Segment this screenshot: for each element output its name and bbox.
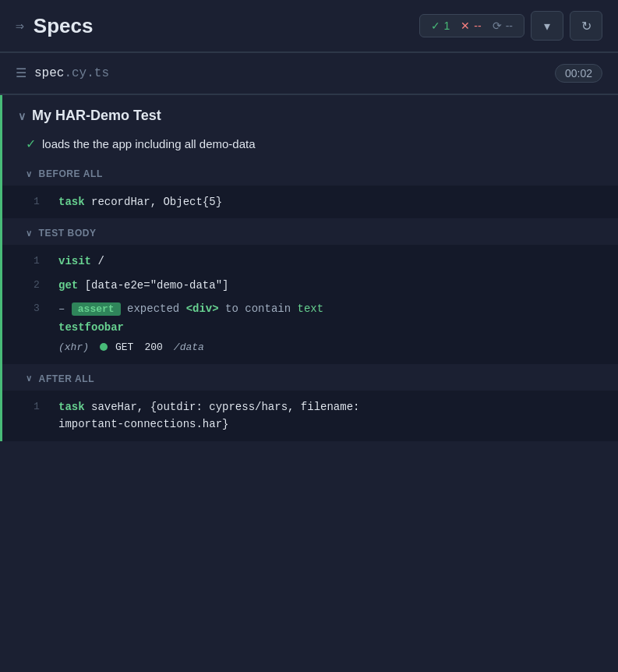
xhr-line: (xhr) GET 200 /data: [34, 337, 602, 356]
assert-value-line: testfoobar: [34, 318, 602, 337]
test-pass-icon: ✓: [26, 136, 36, 151]
before-all-section: ∨ BEFORE ALL 1 task recordHar, Object{5}: [2, 162, 618, 218]
fail-stat: ✕ --: [461, 19, 481, 32]
command-line-savehar: 1 task saveHar, {outdir: cypress/hars, f…: [34, 398, 602, 433]
fail-count: --: [474, 19, 481, 32]
line-number-1: 1: [34, 193, 46, 210]
test-item-label: loads the the app including all demo-dat…: [42, 137, 256, 150]
test-body-label: TEST BODY: [39, 228, 97, 239]
cmd-keyword-savehar: task: [58, 401, 85, 413]
cmd-keyword-task: task: [58, 196, 85, 208]
refresh-icon: ↻: [581, 19, 592, 34]
file-left: ☰ spec.cy.ts: [16, 65, 109, 81]
command-content-get: get [data-e2e="demo-data"]: [58, 277, 602, 294]
xhr-path: /data: [174, 341, 204, 353]
page-title: Specs: [34, 14, 94, 38]
test-suite: ∨ My HAR-Demo Test ✓ loads the the app i…: [0, 95, 618, 441]
assert-content: – assert expected <div> to contain text: [58, 300, 602, 318]
pending-count: --: [506, 19, 513, 32]
check-icon: ✓: [431, 19, 440, 32]
header-left: ⇒ Specs: [16, 14, 93, 38]
x-icon: ✕: [461, 19, 470, 32]
line-number-assert: 3: [34, 300, 46, 317]
before-all-label: BEFORE ALL: [39, 168, 103, 179]
file-name: spec.cy.ts: [34, 66, 109, 80]
xhr-label: (xhr): [58, 341, 89, 353]
cmd-args-savehar: saveHar, {outdir: cypress/hars, filename…: [91, 401, 359, 413]
test-body-commands: 1 visit / 2 get [data-e2e="demo-data"] 3…: [2, 245, 618, 364]
before-all-header[interactable]: ∨ BEFORE ALL: [2, 162, 618, 184]
test-body-chevron-icon: ∨: [26, 228, 33, 239]
cmd-args-visit: /: [97, 255, 104, 267]
xhr-method: GET: [115, 341, 133, 353]
header-controls: ✓ 1 ✕ -- ⟳ -- ▾ ↻: [419, 11, 602, 41]
xhr-status-code: 200: [144, 341, 162, 353]
refresh-button[interactable]: ↻: [570, 11, 602, 41]
specs-arrow-icon: ⇒: [16, 17, 24, 34]
after-all-label: AFTER ALL: [39, 373, 95, 384]
assert-value: testfoobar: [58, 321, 124, 334]
cmd-args-get: [data-e2e="demo-data"]: [85, 279, 229, 292]
file-duration: 00:02: [555, 64, 602, 83]
after-all-header[interactable]: ∨ AFTER ALL: [2, 367, 618, 389]
command-content-1: task recordHar, Object{5}: [58, 193, 602, 210]
before-all-commands: 1 task recordHar, Object{5}: [2, 186, 618, 218]
pending-stat: ⟳ --: [493, 19, 513, 32]
cmd-keyword-get: get: [58, 279, 78, 292]
file-extension: .cy.ts: [64, 66, 109, 80]
file-basename: spec: [34, 66, 64, 80]
test-body-section: ∨ TEST BODY 1 visit / 2 get [data-e2e="d…: [2, 221, 618, 364]
xhr-status-dot: [100, 343, 108, 351]
file-row: ☰ spec.cy.ts 00:02: [0, 53, 618, 94]
cmd-args-1: recordHar, Object{5}: [91, 196, 222, 208]
cmd-args-savehar-2: important-connections.har}: [58, 418, 228, 430]
chevron-down-icon: ▾: [544, 19, 550, 34]
suite-label: My HAR-Demo Test: [32, 108, 161, 124]
command-line-1: 1 task recordHar, Object{5}: [34, 193, 602, 210]
command-content-visit: visit /: [58, 253, 602, 270]
command-line-visit: 1 visit /: [34, 253, 602, 270]
app-header: ⇒ Specs ✓ 1 ✕ -- ⟳ -- ▾ ↻: [0, 0, 618, 52]
after-all-commands: 1 task saveHar, {outdir: cypress/hars, f…: [2, 391, 618, 441]
pass-stat: ✓ 1: [431, 19, 450, 32]
line-number-visit: 1: [34, 253, 46, 270]
stats-pill: ✓ 1 ✕ -- ⟳ --: [419, 14, 524, 37]
dropdown-button[interactable]: ▾: [531, 11, 563, 41]
command-line-get: 2 get [data-e2e="demo-data"]: [34, 277, 602, 294]
cmd-keyword-visit: visit: [58, 255, 91, 267]
assert-line: 3 – assert expected <div> to contain tex…: [34, 300, 602, 318]
test-item-passing[interactable]: ✓ loads the the app including all demo-d…: [2, 132, 618, 159]
suite-header[interactable]: ∨ My HAR-Demo Test: [2, 95, 618, 132]
pending-icon: ⟳: [493, 19, 502, 32]
suite-chevron-icon: ∨: [18, 110, 26, 122]
line-number-get: 2: [34, 277, 46, 294]
before-all-chevron-icon: ∨: [26, 169, 33, 179]
file-icon: ☰: [16, 65, 26, 81]
after-all-section: ∨ AFTER ALL 1 task saveHar, {outdir: cyp…: [2, 367, 618, 441]
command-content-savehar: task saveHar, {outdir: cypress/hars, fil…: [58, 398, 602, 433]
test-body-header[interactable]: ∨ TEST BODY: [2, 221, 618, 243]
after-all-chevron-icon: ∨: [26, 373, 33, 384]
pass-count: 1: [444, 19, 450, 32]
line-number-savehar: 1: [34, 398, 46, 416]
